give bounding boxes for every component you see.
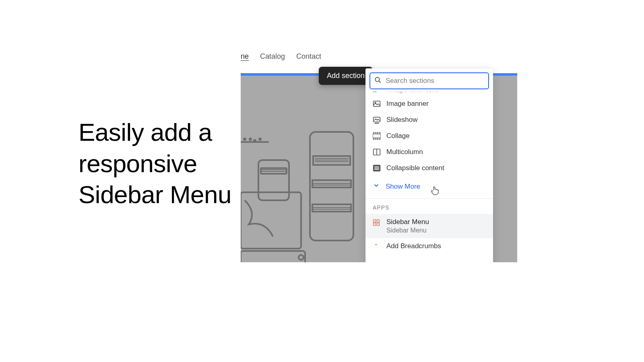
app-breadcrumb-icon [373,241,381,251]
panel-divider [365,198,493,199]
svg-point-22 [378,123,379,124]
nav-tab-catalog[interactable]: Catalog [260,52,285,61]
add-section-button[interactable]: Add section [319,67,373,85]
svg-rect-34 [374,167,379,167]
app-row-sidebar-menu[interactable]: Sidebar Menu Sidebar Menu [365,214,493,238]
section-row-collage[interactable]: Collage [365,128,493,144]
section-label: Image banner [386,100,429,108]
section-label: Collapsible content [386,164,444,172]
apps-section-header: APPS [365,200,493,214]
collapsible-icon [373,164,381,172]
svg-rect-26 [379,132,380,134]
screenshot-frame: ne Catalog Contact [241,48,517,262]
svg-rect-28 [373,139,374,140]
sections-panel: Image with text Image banner Slideshow [365,68,493,262]
search-icon [374,76,382,85]
app-sidebar-icon [373,219,381,227]
section-row-image-banner[interactable]: Image banner [365,96,493,112]
insertion-indicator-bar-right [493,73,517,76]
collage-icon [373,132,381,140]
svg-rect-6 [310,132,353,241]
app-title: Sidebar Menu [386,218,429,226]
svg-point-3 [259,138,261,140]
add-section-label: Add section [327,72,365,80]
svg-rect-40 [377,223,380,226]
svg-point-2 [254,140,256,142]
svg-rect-36 [374,169,379,170]
svg-rect-23 [373,132,374,134]
section-list-scroll[interactable]: Image with text Image banner Slideshow [365,92,493,262]
search-input[interactable] [386,77,484,85]
svg-rect-29 [375,139,376,140]
section-label: Multicolumn [386,148,423,156]
section-row-partial-top[interactable]: Image with text [365,92,493,96]
image-with-text-icon [373,92,381,92]
multicolumn-icon [373,148,381,156]
svg-point-12 [299,255,303,260]
svg-rect-30 [377,139,378,140]
svg-rect-37 [374,220,376,222]
section-row-slideshow[interactable]: Slideshow [365,112,493,128]
svg-point-13 [375,77,380,82]
section-label: Slideshow [386,116,418,124]
show-more-label: Show More [386,183,420,191]
svg-rect-38 [377,220,380,222]
nav-tab-contact[interactable]: Contact [296,52,321,61]
nav-tab-home-fragment[interactable]: ne [241,52,249,61]
svg-point-1 [250,138,251,140]
section-row-collapsible[interactable]: Collapsible content [365,160,493,176]
svg-rect-27 [373,134,381,138]
chevron-down-icon [373,182,380,191]
svg-rect-31 [379,139,380,140]
svg-rect-4 [258,160,289,200]
slideshow-icon [373,116,381,124]
app-subtitle: Sidebar Menu [386,227,429,234]
app-row-breadcrumbs-partial[interactable]: Add Breadcrumbs [365,238,493,251]
svg-rect-24 [375,132,376,134]
app-title: Add Breadcrumbs [386,242,441,250]
show-more-button[interactable]: Show More [365,176,493,197]
svg-rect-35 [374,168,379,169]
svg-rect-39 [374,223,376,226]
svg-rect-11 [241,251,305,262]
section-row-multicolumn[interactable]: Multicolumn [365,144,493,160]
nav-tabs: ne Catalog Contact [241,52,321,61]
svg-point-20 [375,123,376,124]
search-field-wrap[interactable] [369,72,489,89]
svg-rect-14 [373,92,377,92]
svg-point-21 [376,123,377,124]
marketing-headline: Easily add aresponsiveSidebar Menu [78,117,231,210]
svg-point-0 [244,138,246,140]
section-label: Collage [386,132,410,140]
section-label-cutoff: Image with text [386,92,438,94]
headline-line1: Easily add aresponsiveSidebar Menu [78,118,231,208]
svg-point-18 [375,102,376,103]
image-icon [373,100,381,108]
svg-rect-25 [377,132,378,134]
